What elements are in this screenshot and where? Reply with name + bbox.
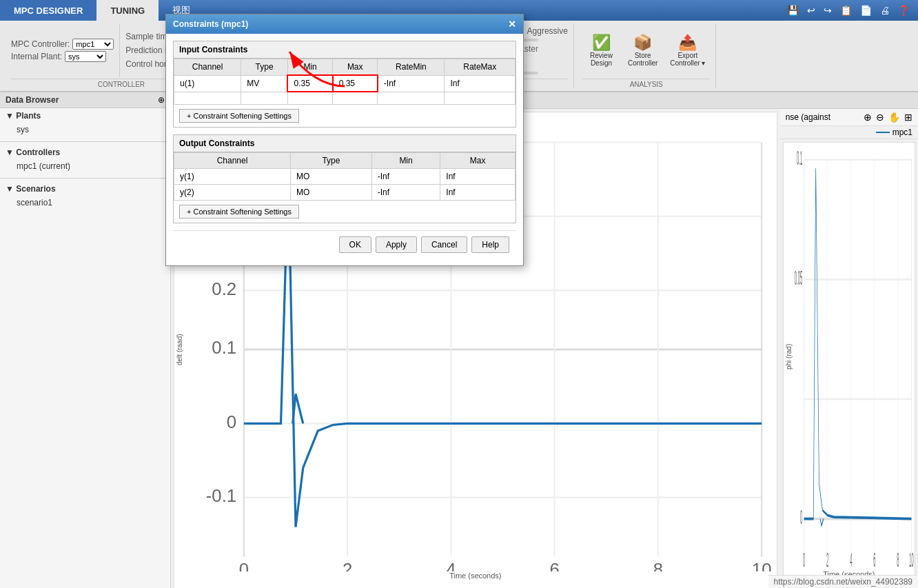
- output-softening-btn[interactable]: + Constraint Softening Settings: [179, 205, 299, 219]
- output-row1-type: MO: [290, 168, 371, 184]
- input-constraint-empty-row: [174, 92, 516, 104]
- cancel-button[interactable]: Cancel: [421, 236, 467, 253]
- constraints-dialog: Constraints (mpc1) ✕ Input Constraints C…: [165, 14, 524, 266]
- output-constraints-title: Output Constraints: [174, 135, 516, 152]
- dialog-overlay: Constraints (mpc1) ✕ Input Constraints C…: [0, 0, 918, 588]
- col-max-input: Max: [333, 59, 378, 76]
- input-constraints-title: Input Constraints: [174, 41, 516, 59]
- col-type-input: Type: [241, 59, 288, 76]
- col-type-output: Type: [290, 152, 371, 168]
- output-row1-channel: y(1): [174, 168, 291, 184]
- empty-cell-3: [287, 92, 332, 104]
- dialog-footer: OK Apply Cancel Help: [173, 230, 516, 258]
- empty-cell-1: [174, 92, 241, 104]
- col-channel-output: Channel: [174, 152, 291, 168]
- input-row1-max[interactable]: 0.35: [333, 75, 378, 92]
- output-row2-max[interactable]: Inf: [440, 184, 516, 200]
- apply-button[interactable]: Apply: [376, 236, 417, 253]
- input-row1-ratemin[interactable]: -Inf: [378, 75, 445, 92]
- input-row1-min[interactable]: 0.35: [287, 75, 332, 92]
- output-constraints-section: Output Constraints Channel Type Min Max …: [173, 134, 516, 223]
- dialog-body: Input Constraints Channel Type Min Max R…: [166, 34, 523, 265]
- empty-cell-4: [333, 92, 378, 104]
- output-row2-type: MO: [290, 184, 371, 200]
- ok-button[interactable]: OK: [339, 236, 371, 253]
- col-min-output: Min: [371, 152, 440, 168]
- col-ratemin-input: RateMin: [378, 59, 445, 76]
- col-channel-input: Channel: [174, 59, 241, 76]
- input-row1-ratemax[interactable]: Inf: [445, 75, 516, 92]
- empty-cell-6: [445, 92, 516, 104]
- output-constraint-row-2: y(2) MO -Inf Inf: [174, 184, 516, 200]
- input-row1-channel: u(1): [174, 75, 241, 92]
- input-softening-btn[interactable]: + Constraint Softening Settings: [179, 109, 299, 123]
- output-row2-channel: y(2): [174, 184, 291, 200]
- col-max-output: Max: [440, 152, 516, 168]
- help-button[interactable]: Help: [471, 236, 509, 253]
- empty-cell-2: [241, 92, 288, 104]
- input-constraint-row-1: u(1) MV 0.35 0.35 -Inf Inf: [174, 75, 516, 92]
- col-min-input: Min: [287, 59, 332, 76]
- input-constraints-section: Input Constraints Channel Type Min Max R…: [173, 41, 516, 128]
- output-constraint-row-1: y(1) MO -Inf Inf: [174, 168, 516, 184]
- output-constraints-table: Channel Type Min Max y(1) MO -Inf Inf: [174, 152, 516, 201]
- dialog-close-icon[interactable]: ✕: [508, 19, 516, 30]
- input-row1-type: MV: [241, 75, 288, 92]
- output-row1-min[interactable]: -Inf: [371, 168, 440, 184]
- dialog-title: Constraints (mpc1): [173, 19, 248, 29]
- input-constraints-table: Channel Type Min Max RateMin RateMax u(1…: [174, 59, 516, 105]
- col-ratemax-input: RateMax: [445, 59, 516, 76]
- output-row2-min[interactable]: -Inf: [371, 184, 440, 200]
- empty-cell-5: [378, 92, 445, 104]
- output-row1-max[interactable]: Inf: [440, 168, 516, 184]
- dialog-titlebar: Constraints (mpc1) ✕: [166, 14, 523, 34]
